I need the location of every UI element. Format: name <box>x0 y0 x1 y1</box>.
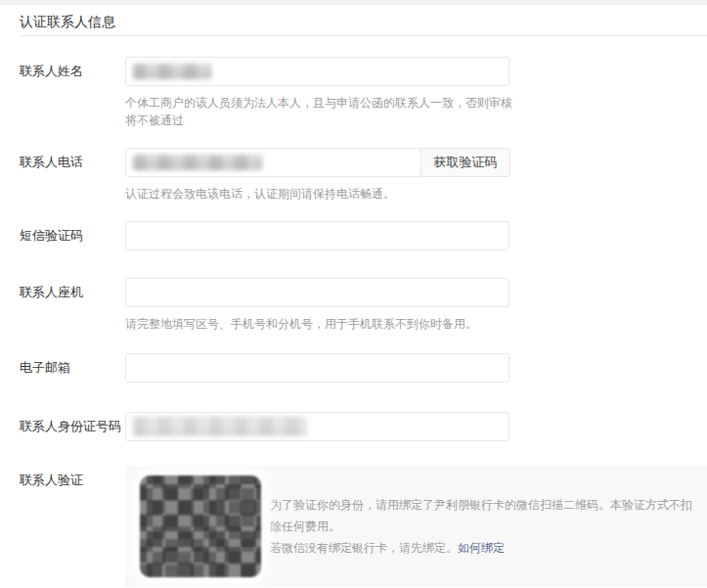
form-row-contact-name: 联系人姓名 个体工商户的该人员须为法人本人，且与申请公函的联系人一致，否则审核将… <box>20 57 707 129</box>
verification-panel: 为了验证你的身份，请用绑定了尹利朋银行卡的微信扫描二维码。本验证方式不扣除任何费… <box>125 466 707 587</box>
id-number-label: 联系人身份证号码 <box>20 412 125 434</box>
section-header: 认证联系人信息 <box>20 5 707 36</box>
landline-input[interactable] <box>125 278 509 307</box>
email-input[interactable] <box>125 353 509 383</box>
form-row-contact-verification: 联系人验证 为了验证你的身份，请用绑定了尹利朋银行卡的微信扫描二维码。本验证方式… <box>20 466 707 587</box>
sms-code-input[interactable] <box>125 221 509 250</box>
form-row-contact-phone: 联系人电话 获取验证码 认证过程会致电该电话，认证期间请保持电话畅通。 <box>20 148 707 203</box>
email-label: 电子邮箱 <box>20 353 125 376</box>
form-row-landline: 联系人座机 请完整地填写区号、手机号和分机号，用于手机联系不到你时备用。 <box>20 278 707 333</box>
contact-name-help: 个体工商户的该人员须为法人本人，且与申请公函的联系人一致，否则审核将不被通过 <box>125 94 512 129</box>
landline-label: 联系人座机 <box>20 278 125 300</box>
section-title: 认证联系人信息 <box>20 14 115 29</box>
verification-instructions: 为了验证你的身份，请用绑定了尹利朋银行卡的微信扫描二维码。本验证方式不扣除任何费… <box>270 494 707 559</box>
get-verification-code-button[interactable]: 获取验证码 <box>420 148 510 177</box>
verification-instructions-line2: 若微信没有绑定银行卡，请先绑定。如何绑定 <box>270 537 701 559</box>
form-row-email: 电子邮箱 <box>20 353 707 383</box>
id-number-input[interactable] <box>125 412 509 441</box>
form-row-id-number: 联系人身份证号码 <box>20 412 707 441</box>
qr-code-redacted <box>140 475 261 577</box>
contact-verification-label: 联系人验证 <box>20 466 125 488</box>
form-row-sms-code: 短信验证码 <box>20 221 707 250</box>
sms-code-label: 短信验证码 <box>20 221 125 244</box>
contact-phone-input[interactable] <box>125 148 421 177</box>
contact-name-label: 联系人姓名 <box>20 57 125 79</box>
contact-name-input[interactable] <box>125 57 509 86</box>
how-to-bind-link[interactable]: 如何绑定 <box>458 541 505 555</box>
contact-phone-help: 认证过程会致电该电话，认证期间请保持电话畅通。 <box>125 185 512 203</box>
verification-instructions-line1: 为了验证你的身份，请用绑定了尹利朋银行卡的微信扫描二维码。本验证方式不扣除任何费… <box>270 494 701 537</box>
contact-phone-label: 联系人电话 <box>20 148 125 170</box>
contact-info-form: 联系人姓名 个体工商户的该人员须为法人本人，且与申请公函的联系人一致，否则审核将… <box>20 57 707 587</box>
landline-help: 请完整地填写区号、手机号和分机号，用于手机联系不到你时备用。 <box>125 315 512 333</box>
